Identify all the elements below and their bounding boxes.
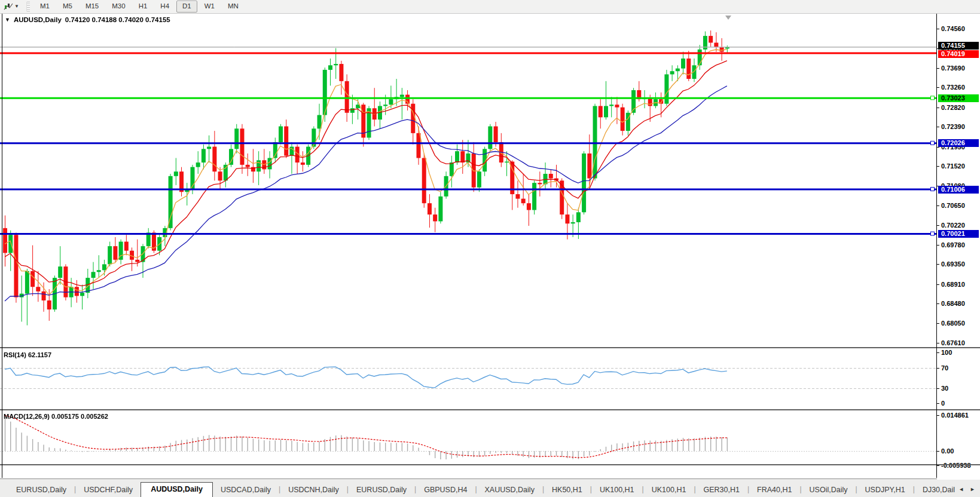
ohlc-values: 0.74120 0.74188 0.74020 0.74155: [65, 16, 170, 23]
price-level-badge: 0.73023: [938, 94, 979, 102]
price-level-badge: 0.74019: [938, 50, 979, 58]
price-level-badge: 0.70021: [938, 230, 979, 238]
chart-title-caret-icon[interactable]: ▼: [5, 17, 10, 23]
chart-tab-usdjpy-h1[interactable]: USDJPY,H1: [857, 484, 913, 497]
rsi-pane-canvas[interactable]: [0, 349, 937, 410]
pane-separator[interactable]: [0, 464, 980, 465]
axis-divider: [936, 14, 937, 478]
price-axis-tick: 0.00: [937, 447, 980, 455]
chart-area: ▼ AUDUSD,Daily 0.74120 0.74188 0.74020 0…: [0, 14, 980, 480]
price-axis-tick: 0.72390: [937, 123, 980, 131]
indicators-icon: [4, 2, 13, 11]
chart-tab-usoil-daily[interactable]: USOil,Daily: [802, 484, 856, 497]
price-axis-tick: 0.70220: [937, 222, 980, 229]
price-axis-tick: 0.68050: [937, 320, 980, 327]
price-axis-tick: 0.69780: [937, 241, 980, 249]
macd-pane-canvas[interactable]: [0, 410, 937, 464]
price-axis-tick: 0.68480: [937, 300, 980, 308]
timeframe-button-m15[interactable]: M15: [80, 1, 105, 13]
chart-tab-audusd-daily[interactable]: AUDUSD,Daily: [141, 482, 213, 497]
timeframe-button-mn[interactable]: MN: [222, 1, 245, 13]
trading-platform-window: ▼ M1M5M15M30H1H4D1W1MN ▼ AUDUSD,Daily 0.…: [0, 0, 980, 497]
chart-indicator-dropdown-button[interactable]: ▼: [1, 2, 22, 11]
macd-indicator-label: MACD(12,26,9) 0.005175 0.005262: [4, 413, 108, 420]
price-axis-tick: 0.72820: [937, 104, 980, 112]
timeframe-toolbar: ▼ M1M5M15M30H1H4D1W1MN: [0, 0, 980, 14]
chart-tab-eurusd-daily[interactable]: EURUSD,Daily: [8, 484, 74, 497]
tab-scroll-right-icon[interactable]: ►: [970, 486, 975, 492]
pane-separator[interactable]: [0, 347, 980, 348]
price-axis-tick: 0.014861: [937, 412, 980, 419]
price-axis-tick: 0.70650: [937, 202, 980, 210]
timeframe-button-h4[interactable]: H4: [154, 1, 175, 13]
price-axis-tick: 100: [937, 349, 980, 357]
chart-tab-gbpusd-h4[interactable]: GBPUSD,H4: [416, 484, 475, 497]
chart-tab-fra40-h1[interactable]: FRA40,H1: [749, 484, 799, 497]
chart-left-border: [2, 14, 2, 478]
price-axis-tick: 0.73260: [937, 84, 980, 91]
timeframe-button-w1[interactable]: W1: [199, 1, 221, 13]
price-axis-tick: 0.73690: [937, 65, 980, 72]
chart-tab-usdchf-daily[interactable]: USDCHF,Daily: [76, 484, 141, 497]
chart-tabs: EURUSD,Daily|USDCHF,DailyAUDUSD,DailyUSD…: [8, 481, 955, 497]
price-level-badge: 0.72026: [938, 139, 979, 147]
toolbar-drag-handle[interactable]: [26, 2, 30, 11]
price-axis-tick: -0.005938: [937, 462, 980, 470]
tab-scroll-left-icon[interactable]: ◄: [958, 486, 964, 492]
chart-shift-marker-icon[interactable]: [725, 16, 731, 20]
chart-tab-uk100-h1[interactable]: UK100,H1: [592, 484, 642, 497]
rsi-indicator-label: RSI(14) 62.1157: [4, 351, 51, 358]
chart-tab-bar: EURUSD,Daily|USDCHF,DailyAUDUSD,DailyUSD…: [0, 478, 980, 497]
price-axis-tick: 70: [937, 364, 980, 372]
chart-tab-usdcad-daily[interactable]: USDCAD,Daily: [213, 484, 279, 497]
price-axis-tick: 0.71520: [937, 162, 980, 170]
price-axis-tick: 0.74560: [937, 25, 980, 33]
price-axis-tick: 0.67610: [937, 339, 980, 347]
symbol-timeframe-label: AUDUSD,Daily: [14, 16, 62, 23]
timeframe-button-m1[interactable]: M1: [34, 1, 56, 13]
timeframe-buttons: M1M5M15M30H1H4D1W1MN: [33, 1, 245, 13]
price-level-badge: 0.71006: [938, 186, 979, 194]
chart-tab-dj30-daily[interactable]: DJ30,Daily: [915, 484, 955, 497]
timeframe-button-h1[interactable]: H1: [133, 1, 154, 13]
timeframe-button-d1[interactable]: D1: [176, 1, 197, 13]
timeframe-button-m5[interactable]: M5: [57, 1, 78, 13]
timeframe-button-m30[interactable]: M30: [106, 1, 131, 13]
pane-separator[interactable]: [0, 409, 980, 410]
chart-tab-ger30-h1[interactable]: GER30,H1: [696, 484, 747, 497]
chart-tab-hk50-h1[interactable]: HK50,H1: [544, 484, 590, 497]
chart-title: ▼ AUDUSD,Daily 0.74120 0.74188 0.74020 0…: [5, 16, 170, 23]
price-chart-canvas[interactable]: [0, 14, 937, 348]
chevron-down-icon: ▼: [14, 4, 19, 9]
price-axis-tick: 0.68910: [937, 281, 980, 289]
chart-tab-xauusd-daily[interactable]: XAUUSD,Daily: [477, 484, 542, 497]
price-axis-tick: 0.69350: [937, 260, 980, 268]
price-axis-tick: 30: [937, 385, 980, 392]
price-axis-tick: 0: [937, 400, 980, 407]
price-level-badge: 0.74155: [938, 42, 979, 50]
chart-tab-eurusd-daily[interactable]: EURUSD,Daily: [349, 484, 414, 497]
tab-scroll-arrows: ◄ ►: [955, 486, 980, 497]
chart-tab-uk100-h1[interactable]: UK100,H1: [644, 484, 694, 497]
chart-tab-usdcnh-daily[interactable]: USDCNH,Daily: [280, 484, 347, 497]
